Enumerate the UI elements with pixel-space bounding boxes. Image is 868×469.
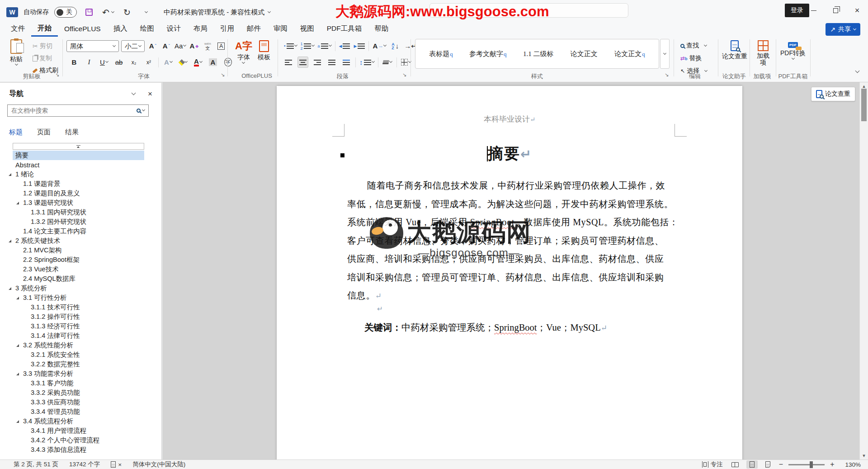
zoom-in-button[interactable]: + [825,460,840,469]
enclose-characters-button[interactable]: 字 [222,57,233,68]
outline-item[interactable]: 1 绪论 [0,170,148,179]
increase-indent-button[interactable]: ▶ [354,40,365,52]
keywords-line[interactable]: 关键词：中药材采购管理系统；SpringBoot；Vue；MySQL↵ [364,321,607,334]
redo-button[interactable]: ↻ [120,5,134,19]
scrollbar-thumb[interactable] [861,89,867,121]
outline-item[interactable]: 3.1.2 操作可行性 [0,312,148,322]
font-name-combo[interactable]: 黑体 [66,40,119,52]
underline-button[interactable]: U [99,57,109,68]
outline-item[interactable]: 1.4 论文主要工作内容 [0,227,148,236]
outline-item[interactable]: 1.3.2 国外研究现状 [0,217,148,227]
style-item[interactable]: 1.1 二级标 [523,50,554,58]
word-app-icon[interactable]: W [6,7,18,17]
replace-button[interactable]: ⇄b替换 [680,53,707,64]
font-color-button[interactable]: A [193,57,203,68]
outline-item[interactable]: 3.2 系统性能分析 [0,341,148,350]
collapse-triangle-icon[interactable] [16,202,19,204]
collapse-ribbon-button[interactable] [855,69,860,73]
word-count[interactable]: 13742 个字 [64,460,105,469]
undo-button[interactable]: ↶ [101,5,115,19]
autosave-toggle[interactable]: 关 [54,7,77,18]
quick-access-menu-button[interactable] [139,5,153,19]
save-button[interactable] [82,5,96,19]
phonetic-guide-button[interactable]: wén文 [202,40,213,52]
copy-button[interactable]: 复制 [33,53,58,64]
print-layout-button[interactable] [746,460,758,469]
ribbon-tab-审阅[interactable]: 审阅 [267,21,294,37]
ribbon-tab-插入[interactable]: 插入 [107,21,134,37]
chevron-down-icon[interactable] [268,9,271,13]
outline-item[interactable]: 3.2.2 数据完整性 [0,360,148,369]
body-line[interactable]: 培训和采购信息；管理员可管理订单、药材信息、出库信息、供应培训和采购 [347,268,676,287]
ribbon-tab-设计[interactable]: 设计 [160,21,187,37]
outline-item[interactable]: 2.3 Vue技术 [0,265,148,274]
body-line[interactable]: 供应商、培训和采购信息；供应商可管理采购员、出库信息、药材信息、供应 [347,250,676,268]
justify-button[interactable] [326,57,337,68]
outline-item[interactable]: 2.4 MySQL数据库 [0,274,148,284]
outline-item[interactable]: 3.3.1 客户功能 [0,379,148,388]
align-right-button[interactable] [312,57,323,68]
style-item[interactable]: 参考文献字q [469,50,507,58]
outline-item[interactable]: 1.2 课题目的及意义 [0,189,148,198]
ribbon-tab-布局[interactable]: 布局 [187,21,214,37]
body-line[interactable]: 率低，信息更新慢，管理成本高。为解决这些问题，开发中药材采购管理系统。 [347,195,676,213]
minimize-button[interactable] [803,0,825,21]
shading-button[interactable] [382,57,393,68]
zoom-slider[interactable] [788,464,825,465]
grow-font-button[interactable]: Aˆ [147,40,158,52]
vertical-scrollbar[interactable]: ▴ ▾ [859,82,868,460]
outline-item[interactable]: 1.3.1 国内研究现状 [0,208,148,217]
read-mode-button[interactable] [728,460,742,469]
collapse-triangle-icon[interactable] [16,420,19,423]
thesis-check-button[interactable]: 论文查重 [722,40,748,61]
numbered-list-button[interactable]: 12 [301,40,314,52]
outline-item[interactable]: 摘要 [13,151,144,160]
change-case-button[interactable]: Aa [175,40,186,52]
zoom-out-button[interactable]: − [774,460,788,469]
align-center-button[interactable] [297,57,308,68]
multilevel-list-button[interactable]: a [318,40,331,52]
font-size-combo[interactable]: 小二 [121,40,145,52]
find-button[interactable]: 查找 [680,40,707,51]
collapse-triangle-icon[interactable] [16,373,19,375]
bold-button[interactable]: B [69,57,80,68]
sort-button[interactable]: AZ↓ [390,40,401,52]
document-heading[interactable]: 摘要↵ [277,143,742,164]
clipboard-dialog-launcher[interactable]: ↘ [55,72,59,78]
strikethrough-button[interactable]: ab [113,57,124,68]
outline-item[interactable]: 3.4.3 添加信息流程 [0,445,148,455]
collapse-triangle-icon[interactable] [9,240,11,242]
italic-button[interactable]: I [84,57,94,68]
outline-item[interactable]: 3.4.1 用户管理流程 [0,426,148,436]
close-pane-button[interactable]: × [148,90,152,99]
clear-formatting-button[interactable]: A◆ [189,40,199,52]
share-button[interactable]: ↗ 共享 [826,23,860,36]
collapse-triangle-icon[interactable] [16,344,19,347]
proofing-status-button[interactable]: × [105,460,127,469]
outline-item[interactable]: 3.3.3 供应商功能 [0,398,148,407]
navigation-tab-页面[interactable]: 页面 [37,128,51,137]
asian-layout-button[interactable]: A↔ [373,40,386,52]
shrink-font-button[interactable]: Aˇ [161,40,172,52]
paste-button[interactable]: 粘贴 [10,39,23,65]
superscript-button[interactable]: x² [143,57,154,68]
font-dialog-launcher[interactable]: ↘ [221,72,225,78]
ribbon-tab-帮助[interactable]: 帮助 [368,21,395,37]
body-paragraph[interactable]: 随着电子商务和信息技术发展，中药材行业采购管理仍依赖人工操作，效率低，信息更新慢… [347,176,676,305]
bullet-list-button[interactable]: • [284,40,297,52]
align-left-button[interactable] [283,57,294,68]
outline-item[interactable]: 1.3 课题研究现状 [0,198,148,208]
ribbon-tab-视图[interactable]: 视图 [294,21,321,37]
pane-options-button[interactable] [132,91,136,95]
pdf-convert-button[interactable]: PDF PDF转换 [778,40,807,59]
navigation-tab-结果[interactable]: 结果 [65,128,79,137]
styles-gallery-expand-button[interactable] [660,39,670,69]
scroll-down-icon[interactable]: ▾ [860,453,868,459]
addins-button[interactable]: 加载项 [753,40,773,66]
outline-item[interactable]: 3 系统分析 [0,284,148,293]
borders-button[interactable] [401,57,411,68]
ribbon-tab-开始[interactable]: 开始 [31,21,58,37]
outline-item[interactable]: 3.1.4 法律可行性 [0,331,148,341]
page-indicator[interactable]: 第 2 页, 共 51 页 [0,460,64,469]
empty-paragraph[interactable]: ↵ [377,304,383,313]
